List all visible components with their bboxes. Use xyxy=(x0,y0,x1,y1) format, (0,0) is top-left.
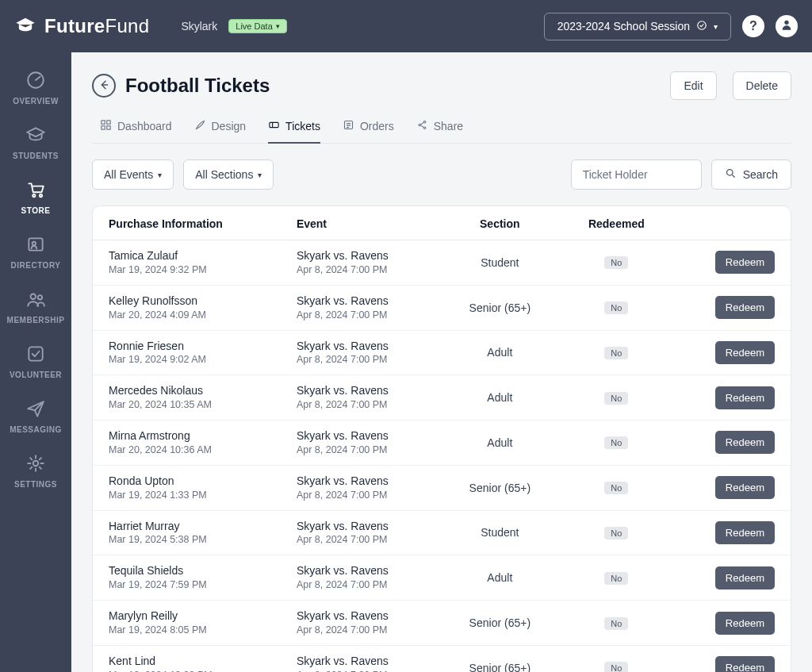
redeem-button[interactable]: Redeem xyxy=(715,341,775,364)
event-date: Apr 8, 2024 7:00 PM xyxy=(297,489,424,502)
svg-point-1 xyxy=(784,21,788,25)
help-button[interactable]: ? xyxy=(742,15,764,37)
svg-point-0 xyxy=(698,21,707,29)
redeemed-badge: No xyxy=(604,482,628,494)
tab-share[interactable]: Share xyxy=(416,114,463,144)
ticket-icon xyxy=(268,119,280,133)
sidebar-item-membership[interactable]: MEMBERSHIP xyxy=(0,282,71,329)
redeemed-badge: No xyxy=(604,527,628,540)
svg-point-18 xyxy=(423,121,426,124)
purchaser-name: Tequila Shields xyxy=(109,563,265,578)
col-redeemed: Redeemed xyxy=(560,206,673,240)
svg-point-20 xyxy=(726,170,733,176)
redeem-button[interactable]: Redeem xyxy=(715,431,775,454)
ticket-section: Senior (65+) xyxy=(440,285,560,330)
svg-point-4 xyxy=(40,194,42,197)
event-name: Skyark vs. Ravens xyxy=(297,383,424,398)
table-row: Kent Lind Mar 19, 2024 12:32 PM Skyark v… xyxy=(93,645,791,672)
event-date: Apr 8, 2024 7:00 PM xyxy=(297,624,424,637)
sidebar-item-messaging[interactable]: MESSAGING xyxy=(0,392,71,439)
purchase-date: Mar 20, 2024 4:09 AM xyxy=(109,309,265,322)
ticket-holder-input[interactable] xyxy=(571,159,702,190)
ticket-section: Student xyxy=(440,240,560,286)
event-name: Skyark vs. Ravens xyxy=(297,428,424,444)
redeem-button[interactable]: Redeem xyxy=(715,476,775,499)
tab-label: Dashboard xyxy=(117,120,172,132)
sidebar-item-overview[interactable]: OVERVIEW xyxy=(0,63,71,110)
purchase-date: Mar 19, 2024 1:33 PM xyxy=(109,489,265,502)
arrow-left-icon xyxy=(98,79,110,94)
redeem-button[interactable]: Redeem xyxy=(715,386,775,409)
sidebar-item-label: OVERVIEW xyxy=(0,97,71,106)
session-selector[interactable]: 2023-2024 School Session ▾ xyxy=(544,13,731,40)
purchase-date: Mar 20, 2024 10:36 AM xyxy=(109,444,265,457)
redeem-button[interactable]: Redeem xyxy=(715,656,775,672)
purchaser-name: Mercedes Nikolaus xyxy=(109,383,265,398)
list-icon xyxy=(343,119,354,133)
sidebar: OVERVIEW STUDENTS STORE DIRECTORY MEMBER… xyxy=(0,52,71,672)
sidebar-item-settings[interactable]: SETTINGS xyxy=(0,447,71,493)
tab-orders[interactable]: Orders xyxy=(343,114,394,144)
event-name: Skyark vs. Ravens xyxy=(297,248,424,263)
event-name: Skyark vs. Ravens xyxy=(297,474,424,489)
ticket-section: Senior (65+) xyxy=(440,465,560,510)
event-name: Skyark vs. Ravens xyxy=(297,563,424,578)
live-data-badge[interactable]: Live Data▾ xyxy=(228,19,286,33)
question-icon: ? xyxy=(749,19,757,33)
filter-events[interactable]: All Events▾ xyxy=(92,159,174,190)
sidebar-item-students[interactable]: STUDENTS xyxy=(0,118,71,165)
gauge-icon xyxy=(0,70,71,94)
search-button[interactable]: Search xyxy=(711,159,791,190)
redeemed-badge: No xyxy=(604,392,628,405)
redeemed-badge: No xyxy=(604,662,628,672)
svg-point-19 xyxy=(423,127,426,129)
table-row: Ronnie Friesen Mar 19, 2024 9:02 AM Skya… xyxy=(93,330,791,375)
delete-button[interactable]: Delete xyxy=(733,71,791,100)
purchaser-name: Ronda Upton xyxy=(109,474,265,489)
cart-icon xyxy=(0,179,71,203)
edit-button[interactable]: Edit xyxy=(670,71,716,100)
table-row: Tamica Zulauf Mar 19, 2024 9:32 PM Skyar… xyxy=(93,240,791,286)
redeem-button[interactable]: Redeem xyxy=(715,612,775,635)
svg-rect-13 xyxy=(102,126,105,129)
brand-logo[interactable]: FutureFund xyxy=(14,15,149,37)
redeem-button[interactable]: Redeem xyxy=(715,521,775,544)
tab-label: Tickets xyxy=(285,120,320,132)
page-title: Football Tickets xyxy=(125,75,270,97)
ticket-section: Senior (65+) xyxy=(440,601,560,646)
svg-point-7 xyxy=(31,294,36,300)
purchase-date: Mar 19, 2024 12:32 PM xyxy=(109,669,265,672)
caret-down-icon: ▾ xyxy=(714,22,718,31)
tab-dashboard[interactable]: Dashboard xyxy=(100,114,172,144)
sidebar-item-volunteer[interactable]: VOLUNTEER xyxy=(0,337,71,384)
table-row: Marylyn Reilly Mar 19, 2024 8:05 PM Skya… xyxy=(93,601,791,646)
event-date: Apr 8, 2024 7:00 PM xyxy=(297,444,424,457)
table-row: Tequila Shields Mar 19, 2024 7:59 PM Sky… xyxy=(93,555,791,601)
sidebar-item-store[interactable]: STORE xyxy=(0,173,71,220)
purchaser-name: Harriet Murray xyxy=(109,519,265,534)
sidebar-item-label: MEMBERSHIP xyxy=(0,316,71,324)
user-menu[interactable] xyxy=(776,15,798,37)
filter-sections[interactable]: All Sections▾ xyxy=(183,159,274,190)
svg-rect-11 xyxy=(102,121,105,124)
redeem-button[interactable]: Redeem xyxy=(715,296,775,319)
purchaser-name: Tamica Zulauf xyxy=(109,248,265,263)
table-row: Ronda Upton Mar 19, 2024 1:33 PM Skyark … xyxy=(93,465,791,510)
tab-design[interactable]: Design xyxy=(194,114,247,144)
event-date: Apr 8, 2024 7:00 PM xyxy=(297,263,424,277)
back-button[interactable] xyxy=(92,74,116,98)
sidebar-item-label: STORE xyxy=(0,206,71,215)
sidebar-item-label: MESSAGING xyxy=(0,425,71,434)
tab-tickets[interactable]: Tickets xyxy=(268,114,320,144)
tab-label: Share xyxy=(434,120,463,132)
org-name[interactable]: Skylark xyxy=(181,20,217,33)
redeem-button[interactable]: Redeem xyxy=(715,251,775,274)
sidebar-item-directory[interactable]: DIRECTORY xyxy=(0,228,71,275)
ticket-section: Senior (65+) xyxy=(440,645,560,672)
ticket-section: Adult xyxy=(440,420,560,466)
svg-point-6 xyxy=(33,242,36,245)
purchase-date: Mar 19, 2024 5:38 PM xyxy=(109,533,265,547)
gear-icon xyxy=(0,453,71,477)
redeem-button[interactable]: Redeem xyxy=(715,566,775,589)
redeemed-badge: No xyxy=(604,436,628,449)
